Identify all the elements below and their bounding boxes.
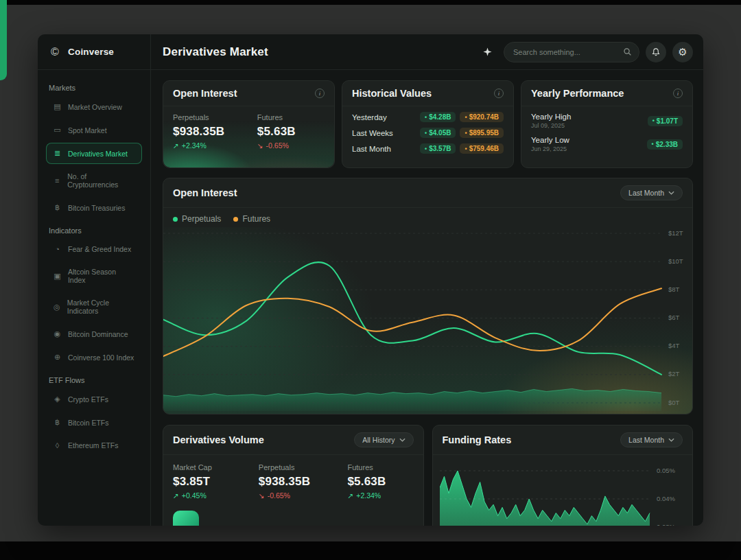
historical-row-badges: •$4.28B •$920.74B — [420, 112, 504, 122]
sidebar: © Coinverse Markets ▤ Market Overview ▭ … — [38, 34, 151, 526]
sidebar-item-bitcoin-treasuries[interactable]: ฿ Bitcoin Treasuries — [46, 197, 142, 218]
sidebar-item-fear-greed-index[interactable]: ◔ Fear & Greed Index — [46, 239, 142, 259]
sidebar-nav: Markets ▤ Market Overview ▭ Spot Market … — [38, 70, 150, 526]
historical-values-rows: Yesterday •$4.28B •$920.74B Last Weeks •… — [342, 106, 513, 159]
sidebar-item-altcoin-season-index[interactable]: ▣ Altcoin Season Index — [46, 261, 142, 290]
sidebar-item-label: Coinverse 100 Index — [68, 353, 134, 362]
historical-row: Last Month •$3.57B •$759.46B — [342, 141, 513, 156]
green-badge: •$4.05B — [420, 128, 456, 138]
token-logo — [173, 511, 199, 526]
search-box — [504, 42, 639, 62]
sidebar-item-ethereum-etfs[interactable]: ◊ Ethereum ETFs — [46, 435, 142, 456]
sidebar-item-bitcoin-etfs[interactable]: ฿ Bitcoin ETFs — [46, 412, 142, 433]
bitcoin-etf-icon: ฿ — [53, 418, 62, 427]
list-icon: ≡ — [53, 176, 61, 185]
sidebar-item-no-of-cryptourrencies[interactable]: ≡ No. of Cryptourrencies — [46, 166, 142, 195]
historical-row-badges: •$4.05B •$895.95B — [420, 128, 504, 138]
orange-badge: •$759.46B — [460, 143, 504, 154]
sidebar-section-items: ▤ Market Overview ▭ Spot Market ≣ Deriva… — [46, 96, 142, 218]
chevron-down-icon — [399, 438, 405, 442]
stat-value: $5.63B — [257, 125, 325, 139]
card-header: Yearly Performance i — [521, 81, 692, 106]
range-dropdown[interactable]: Last Month — [620, 432, 683, 447]
stat-change: ↗ +2.34% — [173, 141, 257, 150]
page-title: Derivatives Market — [163, 45, 268, 59]
trend-up-icon: ↗ — [173, 491, 179, 500]
sidebar-item-coinverse-100-index[interactable]: ⊕ Coinverse 100 Index — [46, 347, 142, 368]
chevron-down-icon — [668, 438, 674, 442]
legend-item[interactable]: Futures — [233, 214, 270, 224]
card-title: Funding Rates — [443, 434, 512, 445]
sidebar-item-label: No. of Cryptourrencies — [67, 172, 135, 189]
info-icon[interactable]: i — [494, 89, 504, 98]
gauge-icon: ◔ — [53, 245, 62, 253]
bottom-bezel — [0, 541, 741, 560]
settings-button[interactable]: ⚙ — [672, 42, 693, 62]
index-icon: ⊕ — [53, 353, 62, 362]
green-badge: •$4.28B — [420, 112, 456, 122]
sidebar-section-items: ◈ Crypto ETFs ฿ Bitcoin ETFs ◊ Ethereum … — [46, 388, 142, 456]
range-dropdown[interactable]: Last Month — [620, 185, 683, 200]
orange-badge: •$895.95B — [460, 128, 504, 138]
stat-futures: Futures $5.63B ↗ +2.34% — [347, 463, 413, 500]
historical-row-label: Yesterday — [352, 113, 387, 121]
svg-text:$2T: $2T — [668, 370, 680, 377]
stat-label: Perpetuals — [173, 113, 257, 121]
stat-futures: Futures $5.63B ↘ -0.65% — [257, 113, 325, 150]
legend-item[interactable]: Perpetuals — [173, 214, 221, 224]
open-interest-summary-card: Open Interest i Perpetuals $938.35B ↗ +2… — [163, 80, 335, 168]
legend-label: Perpetuals — [182, 214, 221, 224]
stat-value: $3.85T — [173, 475, 259, 489]
sidebar-item-market-cycle-indicators[interactable]: ◎ Market Cycle Indicators — [46, 292, 142, 321]
card-title: Historical Values — [352, 88, 432, 99]
info-icon[interactable]: i — [673, 89, 683, 98]
historical-row-label: Last Weeks — [352, 129, 393, 137]
svg-text:$8T: $8T — [668, 285, 680, 293]
historical-row-label: Last Month — [352, 145, 391, 153]
sidebar-item-bitcoin-dominance[interactable]: ◉ Bitcoin Dominance — [46, 323, 142, 345]
bell-icon — [651, 47, 661, 57]
search-input[interactable] — [513, 48, 618, 56]
svg-text:$10T: $10T — [668, 257, 683, 265]
top-bezel — [0, 0, 741, 5]
search-icon[interactable] — [623, 47, 632, 56]
yearly-row-date: Jul 09, 2025 — [531, 122, 571, 129]
info-icon[interactable]: i — [315, 89, 325, 98]
sidebar-item-market-overview[interactable]: ▤ Market Overview — [46, 96, 142, 117]
derivatives-volume-card: Derivatives Volume All History Market Ca… — [163, 425, 424, 526]
open-interest-chart: $12T$10T$8T$6T$4T$2T$0T — [163, 227, 692, 414]
range-label: Last Month — [628, 436, 664, 444]
green-badge: •$1.07T — [648, 116, 683, 126]
edge-accent — [0, 0, 7, 80]
dot-icon: • — [652, 141, 654, 148]
trend-down-icon: ↘ — [259, 491, 265, 500]
sidebar-section-label: ETF Flows — [49, 376, 139, 384]
range-dropdown[interactable]: All History — [354, 432, 413, 447]
sparkle-button[interactable] — [477, 42, 497, 62]
sidebar-item-label: Ethereum ETFs — [68, 441, 119, 450]
notifications-button[interactable] — [646, 42, 666, 62]
historical-row: Yesterday •$4.28B •$920.74B — [342, 109, 513, 125]
card-header: Historical Values i — [342, 81, 513, 106]
summary-cards-row: Open Interest i Perpetuals $938.35B ↗ +2… — [163, 80, 693, 168]
dominance-icon: ◉ — [53, 329, 62, 338]
derivatives-volume-body: Market Cap $3.85T ↗ +0.45% Perpetuals $9… — [163, 455, 423, 526]
ethereum-etf-icon: ◊ — [53, 441, 62, 450]
dot-icon: • — [425, 130, 427, 137]
sidebar-item-label: Crypto ETFs — [68, 395, 108, 404]
sidebar-item-crypto-etfs[interactable]: ◈ Crypto ETFs — [46, 388, 142, 410]
change-value: +2.34% — [356, 491, 381, 500]
sidebar-item-spot-market[interactable]: ▭ Spot Market — [46, 119, 142, 141]
sidebar-item-label: Fear & Greed Index — [68, 245, 131, 253]
brand[interactable]: © Coinverse — [38, 34, 150, 70]
change-value: -0.65% — [266, 141, 289, 150]
header: Derivatives Market — [151, 34, 703, 70]
range-label: Last Month — [628, 189, 664, 197]
app-window: © Coinverse Markets ▤ Market Overview ▭ … — [38, 34, 703, 526]
monitor-icon: ▭ — [53, 126, 62, 135]
dot-icon: • — [425, 145, 427, 152]
sidebar-item-derivatives-market[interactable]: ≣ Derivatives Market — [46, 143, 142, 164]
card-title: Yearly Performance — [531, 88, 624, 99]
sidebar-item-label: Derivatives Market — [68, 150, 128, 158]
stat-change: ↘ -0.65% — [259, 491, 348, 500]
